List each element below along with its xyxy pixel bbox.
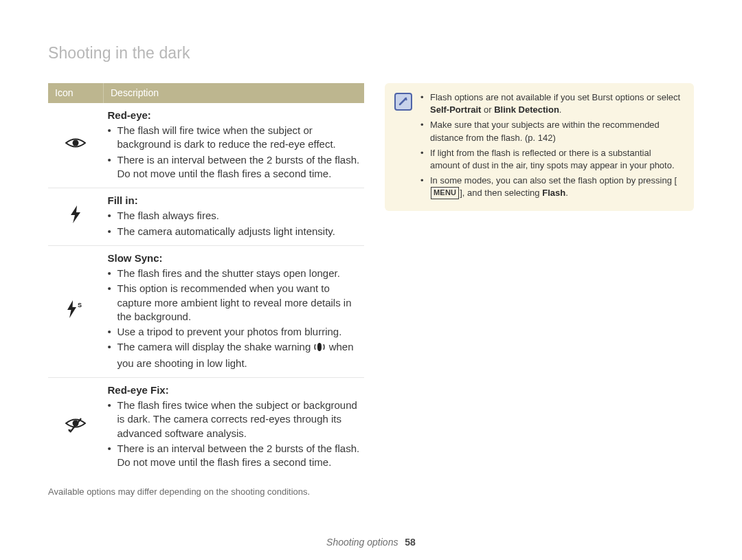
table-row: Red-eye Fix: The flash fires twice when …	[48, 377, 364, 476]
left-column: Icon Description	[48, 83, 364, 498]
footer-section: Shooting options	[326, 537, 398, 548]
note-item: Make sure that your subjects are within …	[420, 119, 683, 144]
bullet: Use a tripod to prevent your photos from…	[108, 325, 361, 339]
table-row: Red-eye: The flash will fire twice when …	[48, 103, 364, 188]
option-title: Red-eye:	[108, 109, 361, 122]
option-bullets: The flash fires twice when the subject o…	[108, 399, 361, 469]
bullet: There is an interval between the 2 burst…	[108, 442, 361, 470]
option-bullets: The flash fires and the shutter stays op…	[108, 267, 361, 370]
table-icon-cell	[48, 377, 104, 476]
table-description-cell: Red-eye: The flash will fire twice when …	[104, 103, 365, 188]
bullet: This option is recommended when you want…	[108, 282, 361, 324]
bullet: The flash will fire twice when the subje…	[108, 124, 361, 152]
note-box: Flash options are not available if you s…	[385, 83, 694, 211]
bullet: The camera automatically adjusts light i…	[108, 225, 361, 238]
page-footer: Shooting options 58	[0, 536, 742, 549]
note-list: Flash options are not available if you s…	[420, 91, 683, 203]
right-column: Flash options are not available if you s…	[385, 83, 694, 211]
svg-text:S: S	[78, 302, 82, 309]
table-header-description: Description	[104, 83, 365, 103]
table-description-cell: Slow Sync: The flash fires and the shutt…	[104, 245, 365, 377]
manual-page: Shooting in the dark Icon Description	[0, 0, 742, 560]
svg-point-0	[73, 139, 79, 146]
option-title: Red-eye Fix:	[108, 383, 361, 397]
bullet: The flash always fires.	[108, 209, 361, 223]
flash-options-table: Icon Description	[48, 83, 364, 476]
table-header-row: Icon Description	[48, 83, 364, 103]
page-heading: Shooting in the dark	[48, 43, 694, 64]
note-info-icon	[394, 93, 412, 111]
option-bullets: The flash always fires. The camera autom…	[108, 209, 361, 238]
bullet: The flash fires twice when the subject o…	[108, 399, 361, 440]
menu-button-label: MENU	[431, 187, 459, 199]
note-box-icon-wrap	[394, 91, 412, 203]
content-columns: Icon Description	[48, 83, 694, 498]
table-description-cell: Red-eye Fix: The flash fires twice when …	[104, 377, 365, 476]
option-title: Fill in:	[108, 194, 361, 208]
table-icon-cell	[48, 103, 104, 188]
bullet: The camera will display the shake warnin…	[108, 340, 361, 370]
option-title: Slow Sync:	[108, 251, 361, 265]
slow-sync-flash-icon: S	[65, 309, 86, 321]
table-description-cell: Fill in: The flash always fires. The cam…	[104, 188, 365, 246]
table-row: S Slow Sync: The flash fires and the shu…	[48, 245, 364, 377]
table-icon-cell	[48, 188, 104, 246]
table-footnote: Available options may differ depending o…	[48, 486, 364, 498]
option-bullets: The flash will fire twice when the subje…	[108, 124, 361, 181]
fill-in-flash-icon	[68, 214, 83, 226]
note-item: Flash options are not available if you s…	[420, 91, 683, 116]
table-icon-cell: S	[48, 245, 104, 377]
shake-warning-icon	[313, 341, 326, 356]
bullet: There is an interval between the 2 burst…	[108, 153, 361, 181]
footer-page-number: 58	[405, 537, 416, 548]
note-item: If light from the flash is reflected or …	[420, 147, 683, 172]
table-header-icon: Icon	[48, 83, 104, 103]
red-eye-fix-icon	[65, 423, 86, 435]
table-row: Fill in: The flash always fires. The cam…	[48, 188, 364, 246]
red-eye-icon	[65, 139, 86, 151]
bullet: The flash fires and the shutter stays op…	[108, 267, 361, 280]
note-item: In some modes, you can also set the flas…	[420, 175, 683, 199]
